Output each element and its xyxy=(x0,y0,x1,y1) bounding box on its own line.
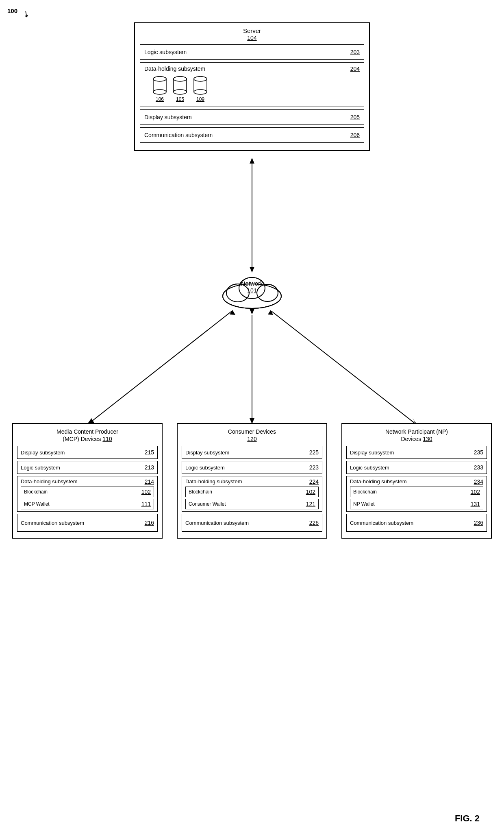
server-title: Server 104 xyxy=(140,27,364,41)
ref-label-100: 100 xyxy=(7,7,17,14)
db-ref-109: 109 xyxy=(196,96,204,102)
svg-point-3 xyxy=(153,76,166,81)
mcp-comm-label: Communication subsystem xyxy=(21,520,84,526)
mcp-data-holding-row: Data-holding subsystem 214 Blockchain 10… xyxy=(17,476,158,512)
np-wallet-box: NP Wallet 131 xyxy=(350,499,483,509)
consumer-logic-ref: 223 xyxy=(309,464,319,471)
svg-point-11 xyxy=(194,76,207,81)
np-data-holding-ref: 234 xyxy=(474,478,483,485)
mcp-comm-ref: 216 xyxy=(145,519,154,526)
svg-marker-25 xyxy=(250,158,254,164)
consumer-logic-row: Logic subsystem 223 xyxy=(182,461,322,474)
server-display-ref: 205 xyxy=(350,114,360,120)
db-ref-106: 106 xyxy=(156,96,164,102)
mcp-display-row: Display subsystem 215 xyxy=(17,446,158,459)
mcp-display-ref: 215 xyxy=(145,449,154,456)
mcp-display-label: Display subsystem xyxy=(21,450,65,456)
consumer-data-holding-row: Data-holding subsystem 224 Blockchain 10… xyxy=(182,476,322,512)
db-icon-109: 109 xyxy=(193,75,208,102)
consumer-box: Consumer Devices 120 Display subsystem 2… xyxy=(177,423,327,539)
server-box: Server 104 Logic subsystem 203 Data-hold… xyxy=(134,22,370,151)
fig-label: FIG. 2 xyxy=(455,813,480,824)
server-logic-subsystem-row: Logic subsystem 203 xyxy=(140,44,364,60)
consumer-blockchain-box: Blockchain 102 xyxy=(185,487,319,497)
np-display-ref: 235 xyxy=(474,449,483,456)
svg-point-7 xyxy=(174,76,187,81)
ref-arrow-100: ↘ xyxy=(21,8,32,20)
consumer-data-holding-label: Data-holding subsystem xyxy=(185,478,242,485)
mcp-logic-row: Logic subsystem 213 xyxy=(17,461,158,474)
np-display-label: Display subsystem xyxy=(350,450,394,456)
consumer-comm-row: Communication subsystem 226 xyxy=(182,514,322,532)
svg-point-2 xyxy=(153,89,166,94)
mcp-title: Media Content Producer(MCP) Devices 110 xyxy=(17,428,158,443)
network-cloud: Network 101 xyxy=(215,268,289,314)
consumer-display-ref: 225 xyxy=(309,449,319,456)
mcp-blockchain-box: Blockchain 102 xyxy=(21,487,154,497)
mcp-data-holding-label: Data-holding subsystem xyxy=(21,478,77,485)
server-data-holding-label: Data-holding subsystem xyxy=(144,65,205,72)
mcp-logic-ref: 213 xyxy=(145,464,154,471)
mcp-data-holding-ref: 214 xyxy=(145,478,154,485)
np-comm-ref: 236 xyxy=(474,519,483,526)
svg-line-33 xyxy=(272,311,415,423)
np-comm-row: Communication subsystem 236 xyxy=(346,514,487,532)
diagram-container: 100 ↘ Server 104 Logic subsystem 203 Dat… xyxy=(0,0,504,836)
np-title: Network Participant (NP)Devices 130 xyxy=(346,428,487,443)
np-box: Network Participant (NP)Devices 130 Disp… xyxy=(341,423,492,539)
network-ref: 101 xyxy=(247,287,256,294)
mcp-comm-row: Communication subsystem 216 xyxy=(17,514,158,532)
server-data-holding-ref: 204 xyxy=(350,65,360,72)
server-db-icons: 106 105 xyxy=(152,75,208,102)
server-display-row: Display subsystem 205 xyxy=(140,109,364,125)
server-comm-ref: 206 xyxy=(350,132,360,138)
svg-point-10 xyxy=(194,89,207,94)
server-logic-ref: 203 xyxy=(350,49,360,55)
server-display-label: Display subsystem xyxy=(144,114,192,120)
mcp-logic-label: Logic subsystem xyxy=(21,465,60,471)
mcp-box: Media Content Producer(MCP) Devices 110 … xyxy=(12,423,163,539)
consumer-title: Consumer Devices 120 xyxy=(182,428,322,443)
server-comm-row: Communication subsystem 206 xyxy=(140,127,364,143)
consumer-display-row: Display subsystem 225 xyxy=(182,446,322,459)
db-ref-105: 105 xyxy=(176,96,184,102)
consumer-wallet-box: Consumer Wallet 121 xyxy=(185,499,319,509)
np-logic-label: Logic subsystem xyxy=(350,465,389,471)
mcp-wallet-box: MCP Wallet 111 xyxy=(21,499,154,509)
db-icon-105: 105 xyxy=(173,75,187,102)
np-data-holding-label: Data-holding subsystem xyxy=(350,478,406,485)
np-logic-row: Logic subsystem 233 xyxy=(346,461,487,474)
np-display-row: Display subsystem 235 xyxy=(346,446,487,459)
consumer-comm-label: Communication subsystem xyxy=(185,520,249,526)
consumer-display-label: Display subsystem xyxy=(185,450,229,456)
np-blockchain-box: Blockchain 102 xyxy=(350,487,483,497)
np-data-holding-row: Data-holding subsystem 234 Blockchain 10… xyxy=(346,476,487,512)
server-data-holding-row: Data-holding subsystem 204 106 xyxy=(140,62,364,107)
network-label: Network 101 xyxy=(241,280,263,294)
svg-point-6 xyxy=(174,89,187,94)
server-logic-label: Logic subsystem xyxy=(144,49,187,55)
db-icon-106: 106 xyxy=(152,75,167,102)
np-logic-ref: 233 xyxy=(474,464,483,471)
consumer-data-holding-ref: 224 xyxy=(309,478,319,485)
consumer-comm-ref: 226 xyxy=(309,519,319,526)
svg-line-27 xyxy=(89,311,232,423)
consumer-logic-label: Logic subsystem xyxy=(185,465,225,471)
server-comm-label: Communication subsystem xyxy=(144,132,213,138)
np-comm-label: Communication subsystem xyxy=(350,520,413,526)
